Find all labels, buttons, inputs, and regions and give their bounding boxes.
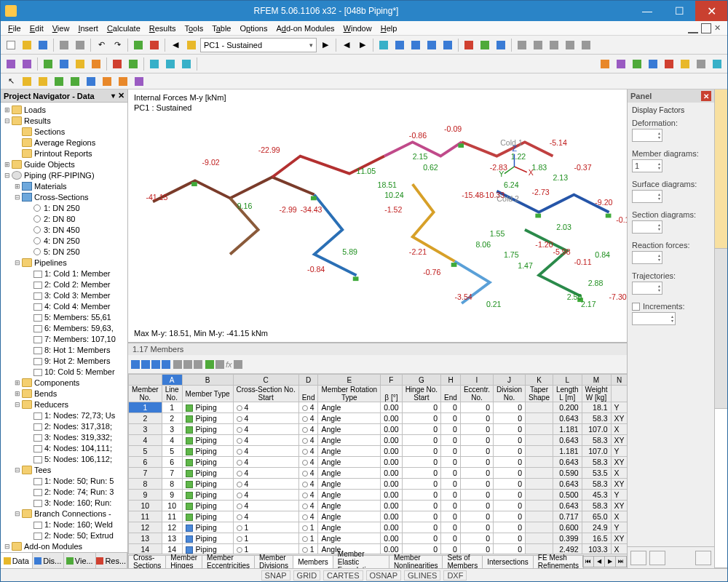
pan-icon[interactable] — [408, 38, 423, 52]
tree-node[interactable]: 2: DN 80 — [1, 213, 127, 224]
menu-results[interactable]: Results — [145, 23, 181, 34]
surface-stepper[interactable] — [632, 190, 662, 203]
shade-icon[interactable] — [547, 38, 561, 52]
undo-icon[interactable]: ↶ — [94, 38, 108, 52]
tt-last-icon[interactable] — [162, 360, 170, 369]
table-row[interactable]: 88Piping44Angle0.0000000.64358.3XY — [129, 479, 628, 490]
tb3-5-icon[interactable] — [84, 74, 98, 89]
section-stepper[interactable] — [632, 220, 662, 234]
increments-combo[interactable] — [632, 312, 676, 325]
tree-node[interactable]: 10: Cold 5: Member — [1, 366, 127, 377]
tb2-r8-icon[interactable] — [710, 57, 724, 71]
lc-back-icon[interactable]: ◀ — [168, 38, 183, 52]
tree-node[interactable]: 5: Members: 55,61 — [1, 311, 127, 322]
lc-type-icon[interactable] — [184, 38, 199, 52]
panel-btn-1[interactable] — [630, 551, 646, 565]
member-stepper[interactable]: 1 — [632, 159, 662, 172]
nav-tab-display[interactable]: Dis... — [33, 553, 65, 568]
nav-tab-results[interactable]: Res... — [96, 553, 128, 568]
tree-node[interactable]: 1: Cold 1: Member — [1, 268, 127, 279]
iso-icon[interactable] — [440, 38, 455, 52]
table-row[interactable]: 66Piping44Angle0.0000000.64358.3XY — [129, 457, 628, 468]
minimize-button[interactable]: — — [631, 1, 663, 21]
tree-node[interactable]: 2: Node: 50; Extrud — [1, 530, 127, 541]
tb3-6-icon[interactable] — [100, 74, 114, 89]
tree-node[interactable]: ⊟Add-on Modules — [1, 541, 127, 551]
tree-node[interactable]: 9: Hot 2: Members — [1, 355, 127, 366]
tree-node[interactable]: 4: Nodes: 104,111; — [1, 442, 127, 453]
tb3-4-icon[interactable] — [68, 74, 82, 89]
tree-node[interactable]: ⊟Cross-Sections — [1, 191, 127, 202]
panel-close-icon[interactable]: ✕ — [701, 91, 711, 101]
calc-icon[interactable] — [131, 38, 146, 52]
tree-node[interactable]: 5: Nodes: 106,112; — [1, 453, 127, 464]
tree-node[interactable]: 1: Node: 50; Run: 5 — [1, 475, 127, 486]
panel-tab-1[interactable] — [715, 89, 727, 249]
deformation-stepper[interactable] — [632, 129, 662, 142]
mdi-min-icon[interactable] — [688, 23, 698, 33]
table-row[interactable]: 55Piping44Angle0.0000001.181107.0Y — [129, 446, 628, 457]
loadcase-combo[interactable]: PC1 - Sustained — [200, 38, 317, 52]
rotate-icon[interactable] — [392, 38, 407, 52]
status-cell[interactable]: DXF — [443, 570, 467, 581]
tree-node[interactable]: 1: Node: 160; Weld — [1, 519, 127, 530]
table-row[interactable]: 22Piping44Angle0.0000000.64358.3XY — [129, 413, 628, 424]
redo-icon[interactable]: ↷ — [110, 38, 124, 52]
preview-icon[interactable] — [73, 38, 87, 52]
tb2-rotate-icon[interactable] — [179, 57, 194, 71]
tb2-r2-icon[interactable] — [614, 57, 628, 71]
tree-node[interactable]: ⊟Results — [1, 115, 127, 126]
status-cell[interactable]: OSNAP — [366, 570, 402, 581]
nav-tab-data[interactable]: Data — [1, 553, 33, 568]
tree-node[interactable]: 3: Cold 3: Member — [1, 290, 127, 300]
close-button[interactable]: ✕ — [695, 1, 727, 21]
tree-node[interactable]: 4: Cold 4: Member — [1, 300, 127, 311]
tb2-1-icon[interactable] — [4, 57, 18, 71]
table-tab[interactable]: Member Hinges — [165, 555, 202, 568]
status-cell[interactable]: GLINES — [404, 570, 440, 581]
table-tab[interactable]: Member Nonlinearities — [389, 555, 443, 568]
lc-fwd-icon[interactable]: ▶ — [318, 38, 333, 52]
panel-btn-2[interactable] — [649, 551, 665, 565]
table-row[interactable]: 99Piping44Angle0.0000000.50045.3Y — [129, 490, 628, 501]
status-cell[interactable]: CARTES — [323, 570, 363, 581]
tree-node[interactable]: 2: Cold 2: Member — [1, 279, 127, 290]
table-tab[interactable]: Member Eccentricities — [202, 555, 255, 568]
table-row[interactable]: 1010Piping44Angle0.0000000.64358.3XY — [129, 501, 628, 511]
navigator-close-icon[interactable]: ✕ — [118, 91, 124, 100]
panel-tab-2[interactable] — [715, 249, 727, 408]
render-icon[interactable] — [515, 38, 529, 52]
tb2-load-icon[interactable] — [126, 57, 141, 71]
tree-node[interactable]: ⊟Pipelines — [1, 257, 127, 268]
axis-y-icon[interactable] — [478, 38, 492, 52]
maximize-button[interactable]: ☐ — [663, 1, 695, 21]
tt-copy-icon[interactable] — [215, 360, 224, 369]
mdi-restore-icon[interactable] — [701, 23, 711, 33]
tb3-7-icon[interactable] — [116, 74, 130, 89]
nav-fwd-icon[interactable]: ▶ — [355, 38, 370, 52]
tt-filter-icon[interactable] — [173, 360, 182, 369]
tt-first-icon[interactable] — [131, 360, 140, 369]
tt-prev-icon[interactable] — [141, 360, 150, 369]
measure-icon[interactable] — [579, 38, 593, 52]
tree-node[interactable]: 7: Members: 107,10 — [1, 333, 127, 344]
table-row[interactable]: 44Piping44Angle0.0000000.64358.3XY — [129, 435, 628, 446]
tree-node[interactable]: 4: DN 250 — [1, 235, 127, 246]
tb2-r1-icon[interactable] — [598, 57, 612, 71]
tb2-r6-icon[interactable] — [678, 57, 692, 71]
tb2-2-icon[interactable] — [20, 57, 34, 71]
table-tab[interactable]: Cross-Sections — [128, 555, 166, 568]
menu-insert[interactable]: Insert — [74, 23, 103, 34]
pin-icon[interactable]: ▾ — [111, 92, 115, 100]
tb3-3-icon[interactable] — [52, 74, 66, 89]
table-row[interactable]: 33Piping44Angle0.0000001.181107.0X — [129, 424, 628, 435]
tb2-surf-icon[interactable] — [89, 57, 103, 71]
table-tab[interactable]: Members — [293, 555, 333, 568]
menu-help[interactable]: Help — [376, 23, 402, 34]
tree-node[interactable]: 6: Members: 59,63, — [1, 322, 127, 333]
table-row[interactable]: 1313Piping11Angle0.0000000.39916.5XY — [129, 533, 628, 544]
tree-node[interactable]: ⊞Materials — [1, 180, 127, 191]
nav-tab-views[interactable]: Vie... — [64, 553, 96, 568]
tb2-support-icon[interactable] — [110, 57, 124, 71]
tb2-line-icon[interactable] — [57, 57, 71, 71]
